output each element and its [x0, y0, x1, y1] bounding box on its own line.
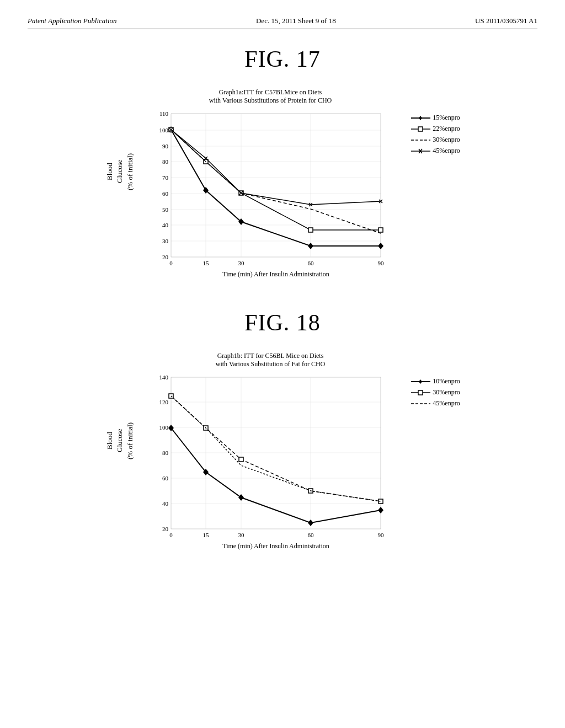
fig17-legend-item-45enpro: 45%enpro — [411, 147, 460, 155]
svg-rect-40 — [379, 228, 383, 232]
svg-text:60: 60 — [162, 190, 169, 197]
fig18-legend: 10%enpro 30%enpro 45%enpro — [411, 374, 460, 410]
svg-text:15: 15 — [203, 260, 210, 266]
fig17-chart-and-legend: Graph1a:ITT for C57BLMice on Diets with … — [138, 83, 460, 282]
figure-18-section: FIG. 18 Blood Glucose (% of initial) Gra… — [28, 309, 537, 556]
fig17-graph-title: Graph1a:ITT for C57BLMice on Diets — [219, 88, 322, 96]
fig17-series-30enpro — [171, 130, 381, 233]
svg-marker-35 — [378, 243, 383, 249]
svg-text:70: 70 — [162, 174, 169, 181]
svg-text:100: 100 — [159, 127, 169, 133]
fig18-y-axis-label: Blood Glucose (% of initial) — [105, 347, 135, 534]
fig18-legend-label-10enpro: 10%enpro — [433, 377, 460, 386]
svg-text:40: 40 — [162, 500, 169, 507]
fig17-legend-label-22enpro: 22%enpro — [433, 125, 460, 133]
svg-rect-97 — [418, 390, 423, 395]
fig17-legend: 15%enpro 22%enpro 30%enpro — [411, 111, 460, 158]
svg-text:Time (min) After Insulin Admin: Time (min) After Insulin Administration — [223, 270, 330, 278]
fig17-legend-item-15enpro: 15%enpro — [411, 114, 460, 122]
header-patent-number: US 2011/0305791 A1 — [475, 17, 537, 25]
fig17-chart-wrapper: Blood Glucose (% of initial) Graph1a:ITT… — [28, 83, 537, 282]
fig18-graph-subtitle: with Various Substitution of Fat for CHO — [216, 360, 326, 368]
fig18-legend-label-45enpro: 45%enpro — [433, 399, 460, 408]
svg-text:30: 30 — [238, 532, 245, 538]
svg-text:140: 140 — [159, 374, 169, 381]
svg-marker-34 — [308, 243, 313, 249]
fig18-y-label-line2: Glucose — [116, 429, 124, 453]
fig18-chart-wrapper: Blood Glucose (% of initial) Graph1b: IT… — [28, 347, 537, 556]
figure-18-title: FIG. 18 — [244, 309, 321, 336]
svg-marker-87 — [308, 520, 313, 526]
svg-text:120: 120 — [159, 399, 169, 405]
fig17-graph-subtitle: with Various Substitutions of Protein fo… — [209, 97, 332, 104]
svg-text:40: 40 — [162, 222, 169, 228]
svg-text:90: 90 — [378, 532, 385, 538]
fig17-series-45enpro — [171, 130, 381, 205]
fig17-y-label-line3: (% of initial) — [126, 153, 134, 190]
fig18-series-45enpro — [171, 396, 381, 501]
fig18-y-label-line3: (% of initial) — [126, 422, 134, 459]
fig17-y-axis-label: Blood Glucose (% of initial) — [105, 83, 135, 260]
fig18-series-30enpro — [171, 396, 381, 501]
svg-rect-39 — [308, 228, 313, 232]
fig18-y-label-line1: Blood — [106, 432, 114, 449]
fig18-legend-item-30enpro: 30%enpro — [411, 388, 460, 397]
svg-text:50: 50 — [162, 206, 169, 213]
svg-marker-86 — [238, 494, 244, 501]
fig18-legend-label-30enpro: 30%enpro — [433, 388, 460, 397]
fig18-legend-item-10enpro: 10%enpro — [411, 377, 460, 386]
svg-marker-52 — [419, 116, 422, 120]
svg-text:20: 20 — [162, 526, 169, 532]
svg-text:30: 30 — [162, 238, 169, 244]
fig17-legend-label-45enpro: 45%enpro — [433, 147, 460, 155]
svg-text:15: 15 — [203, 532, 210, 538]
svg-text:110: 110 — [159, 110, 169, 117]
svg-text:90: 90 — [378, 260, 385, 266]
figure-17-section: FIG. 17 Blood Glucose (% of initial) Gra… — [28, 46, 537, 282]
svg-marker-95 — [419, 379, 422, 384]
fig18-legend-item-45enpro: 45%enpro — [411, 399, 460, 408]
fig18-graph-title: Graph1b: ITT for C56BL Mice on Diets — [217, 352, 324, 360]
figure-17-title: FIG. 17 — [244, 46, 321, 72]
svg-text:20: 20 — [162, 254, 169, 260]
svg-text:0: 0 — [170, 260, 173, 266]
svg-rect-54 — [418, 127, 423, 131]
fig17-series-22enpro — [171, 130, 381, 230]
svg-text:60: 60 — [308, 260, 315, 266]
svg-marker-88 — [378, 507, 383, 513]
svg-text:80: 80 — [162, 158, 169, 165]
fig17-legend-item-22enpro: 22%enpro — [411, 125, 460, 133]
fig17-y-label-line1: Blood — [106, 163, 114, 180]
fig18-svg: Graph1b: ITT for C56BL Mice on Diets wit… — [138, 347, 403, 556]
header-date-sheet: Dec. 15, 2011 Sheet 9 of 18 — [256, 17, 336, 25]
page-header: Patent Application Publication Dec. 15, … — [28, 17, 537, 29]
header-publication-label: Patent Application Publication — [28, 17, 117, 25]
fig17-series-15enpro — [171, 130, 381, 246]
svg-text:90: 90 — [162, 143, 169, 149]
svg-text:60: 60 — [162, 475, 169, 481]
fig17-svg: Graph1a:ITT for C57BLMice on Diets with … — [138, 83, 403, 282]
svg-text:60: 60 — [308, 532, 315, 538]
svg-text:100: 100 — [159, 424, 169, 431]
fig17-legend-label-30enpro: 30%enpro — [433, 136, 460, 144]
page: Patent Application Publication Dec. 15, … — [0, 0, 565, 728]
fig17-legend-label-15enpro: 15%enpro — [433, 114, 460, 122]
fig17-legend-item-30enpro: 30%enpro — [411, 136, 460, 144]
svg-text:30: 30 — [238, 260, 245, 266]
fig17-y-label-line2: Glucose — [116, 160, 124, 184]
svg-text:Time (min) After Insulin Admin: Time (min) After Insulin Administration — [223, 542, 330, 550]
svg-text:80: 80 — [162, 449, 169, 456]
fig18-chart-and-legend: Graph1b: ITT for C56BL Mice on Diets wit… — [138, 347, 460, 556]
svg-text:0: 0 — [170, 532, 173, 538]
svg-rect-91 — [239, 457, 243, 462]
